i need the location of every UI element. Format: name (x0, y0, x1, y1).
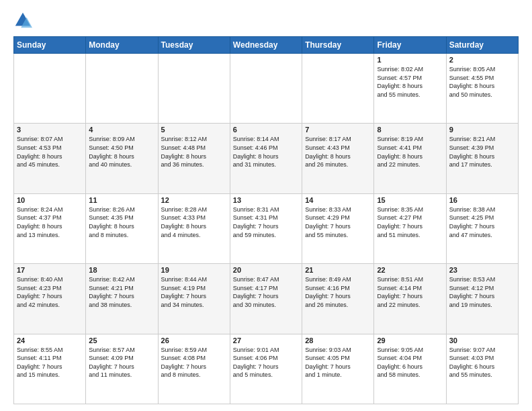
day-number: 21 (305, 266, 371, 274)
day-number: 2 (449, 56, 515, 64)
day-info: Sunrise: 8:59 AM Sunset: 4:08 PM Dayligh… (161, 346, 227, 379)
calendar-table: SundayMondayTuesdayWednesdayThursdayFrid… (13, 36, 519, 404)
day-number: 6 (233, 126, 299, 134)
calendar-cell: 9Sunrise: 8:21 AM Sunset: 4:39 PM Daylig… (446, 124, 518, 193)
calendar-cell (158, 54, 230, 124)
weekday-header-row: SundayMondayTuesdayWednesdayThursdayFrid… (14, 37, 519, 54)
calendar-cell: 8Sunrise: 8:19 AM Sunset: 4:41 PM Daylig… (374, 124, 446, 193)
calendar-cell: 5Sunrise: 8:12 AM Sunset: 4:48 PM Daylig… (158, 124, 230, 193)
calendar-cell: 7Sunrise: 8:17 AM Sunset: 4:43 PM Daylig… (302, 124, 374, 193)
day-number: 10 (17, 196, 83, 204)
calendar-cell: 28Sunrise: 9:03 AM Sunset: 4:05 PM Dayli… (302, 334, 374, 404)
day-info: Sunrise: 8:14 AM Sunset: 4:46 PM Dayligh… (233, 135, 299, 169)
calendar-cell: 3Sunrise: 8:07 AM Sunset: 4:53 PM Daylig… (14, 124, 86, 193)
calendar-row-3: 17Sunrise: 8:40 AM Sunset: 4:23 PM Dayli… (14, 264, 519, 334)
weekday-header-friday: Friday (374, 37, 446, 54)
weekday-header-tuesday: Tuesday (158, 37, 230, 54)
day-info: Sunrise: 8:42 AM Sunset: 4:21 PM Dayligh… (89, 275, 154, 309)
day-number: 19 (161, 266, 227, 274)
calendar-row-0: 1Sunrise: 8:02 AM Sunset: 4:57 PM Daylig… (14, 54, 519, 124)
calendar-cell: 2Sunrise: 8:05 AM Sunset: 4:55 PM Daylig… (446, 54, 518, 124)
day-info: Sunrise: 8:24 AM Sunset: 4:37 PM Dayligh… (17, 205, 83, 239)
day-number: 16 (449, 196, 515, 204)
calendar-cell: 1Sunrise: 8:02 AM Sunset: 4:57 PM Daylig… (374, 54, 446, 124)
day-info: Sunrise: 8:40 AM Sunset: 4:23 PM Dayligh… (17, 275, 83, 309)
day-number: 26 (161, 336, 227, 345)
day-number: 24 (17, 336, 83, 345)
calendar-cell: 24Sunrise: 8:55 AM Sunset: 4:11 PM Dayli… (14, 334, 86, 404)
calendar-cell (230, 54, 302, 124)
day-info: Sunrise: 8:53 AM Sunset: 4:12 PM Dayligh… (449, 275, 515, 309)
day-info: Sunrise: 8:26 AM Sunset: 4:35 PM Dayligh… (89, 205, 154, 239)
calendar-cell (302, 54, 374, 124)
day-number: 8 (377, 126, 443, 134)
day-info: Sunrise: 8:35 AM Sunset: 4:27 PM Dayligh… (377, 205, 443, 239)
calendar-cell: 25Sunrise: 8:57 AM Sunset: 4:09 PM Dayli… (86, 334, 158, 404)
calendar-cell: 14Sunrise: 8:33 AM Sunset: 4:29 PM Dayli… (302, 193, 374, 263)
calendar-row-2: 10Sunrise: 8:24 AM Sunset: 4:37 PM Dayli… (14, 193, 519, 263)
calendar-cell: 6Sunrise: 8:14 AM Sunset: 4:46 PM Daylig… (230, 124, 302, 193)
page: SundayMondayTuesdayWednesdayThursdayFrid… (0, 0, 532, 411)
weekday-header-monday: Monday (86, 37, 158, 54)
calendar-cell: 21Sunrise: 8:49 AM Sunset: 4:16 PM Dayli… (302, 264, 374, 334)
weekday-header-saturday: Saturday (446, 37, 518, 54)
day-info: Sunrise: 8:19 AM Sunset: 4:41 PM Dayligh… (377, 135, 443, 169)
day-info: Sunrise: 8:57 AM Sunset: 4:09 PM Dayligh… (89, 346, 154, 379)
calendar-row-4: 24Sunrise: 8:55 AM Sunset: 4:11 PM Dayli… (14, 334, 519, 404)
day-number: 30 (449, 336, 515, 345)
calendar-cell: 17Sunrise: 8:40 AM Sunset: 4:23 PM Dayli… (14, 264, 86, 334)
calendar-cell: 20Sunrise: 8:47 AM Sunset: 4:17 PM Dayli… (230, 264, 302, 334)
calendar-cell (86, 54, 158, 124)
day-number: 11 (89, 196, 154, 204)
day-info: Sunrise: 8:09 AM Sunset: 4:50 PM Dayligh… (89, 135, 154, 169)
day-info: Sunrise: 9:07 AM Sunset: 4:03 PM Dayligh… (449, 346, 515, 379)
day-number: 22 (377, 266, 443, 274)
day-info: Sunrise: 8:33 AM Sunset: 4:29 PM Dayligh… (305, 205, 371, 239)
day-number: 29 (377, 336, 443, 345)
calendar-cell: 15Sunrise: 8:35 AM Sunset: 4:27 PM Dayli… (374, 193, 446, 263)
day-info: Sunrise: 8:55 AM Sunset: 4:11 PM Dayligh… (17, 346, 83, 379)
header (13, 11, 519, 30)
day-info: Sunrise: 8:47 AM Sunset: 4:17 PM Dayligh… (233, 275, 299, 309)
day-info: Sunrise: 8:44 AM Sunset: 4:19 PM Dayligh… (161, 275, 227, 309)
day-info: Sunrise: 9:05 AM Sunset: 4:04 PM Dayligh… (377, 346, 443, 379)
logo (13, 11, 35, 30)
day-info: Sunrise: 8:05 AM Sunset: 4:55 PM Dayligh… (449, 65, 515, 99)
day-number: 5 (161, 126, 227, 134)
calendar-cell: 10Sunrise: 8:24 AM Sunset: 4:37 PM Dayli… (14, 193, 86, 263)
day-number: 7 (305, 126, 371, 134)
calendar-cell: 29Sunrise: 9:05 AM Sunset: 4:04 PM Dayli… (374, 334, 446, 404)
calendar-cell: 12Sunrise: 8:28 AM Sunset: 4:33 PM Dayli… (158, 193, 230, 263)
calendar-cell: 23Sunrise: 8:53 AM Sunset: 4:12 PM Dayli… (446, 264, 518, 334)
day-number: 17 (17, 266, 83, 274)
day-number: 13 (233, 196, 299, 204)
calendar-cell: 26Sunrise: 8:59 AM Sunset: 4:08 PM Dayli… (158, 334, 230, 404)
day-info: Sunrise: 8:21 AM Sunset: 4:39 PM Dayligh… (449, 135, 515, 169)
calendar-cell: 16Sunrise: 8:38 AM Sunset: 4:25 PM Dayli… (446, 193, 518, 263)
day-info: Sunrise: 8:12 AM Sunset: 4:48 PM Dayligh… (161, 135, 227, 169)
day-number: 27 (233, 336, 299, 345)
day-number: 1 (377, 56, 443, 64)
day-number: 4 (89, 126, 154, 134)
day-number: 14 (305, 196, 371, 204)
calendar-cell: 27Sunrise: 9:01 AM Sunset: 4:06 PM Dayli… (230, 334, 302, 404)
calendar-cell: 22Sunrise: 8:51 AM Sunset: 4:14 PM Dayli… (374, 264, 446, 334)
calendar-cell: 13Sunrise: 8:31 AM Sunset: 4:31 PM Dayli… (230, 193, 302, 263)
day-info: Sunrise: 8:31 AM Sunset: 4:31 PM Dayligh… (233, 205, 299, 239)
calendar-cell: 11Sunrise: 8:26 AM Sunset: 4:35 PM Dayli… (86, 193, 158, 263)
day-number: 23 (449, 266, 515, 274)
day-info: Sunrise: 8:02 AM Sunset: 4:57 PM Dayligh… (377, 65, 443, 99)
day-number: 3 (17, 126, 83, 134)
day-info: Sunrise: 8:51 AM Sunset: 4:14 PM Dayligh… (377, 275, 443, 309)
day-number: 25 (89, 336, 154, 345)
weekday-header-wednesday: Wednesday (230, 37, 302, 54)
day-info: Sunrise: 9:03 AM Sunset: 4:05 PM Dayligh… (305, 346, 371, 379)
calendar-row-1: 3Sunrise: 8:07 AM Sunset: 4:53 PM Daylig… (14, 124, 519, 193)
calendar-cell: 4Sunrise: 8:09 AM Sunset: 4:50 PM Daylig… (86, 124, 158, 193)
weekday-header-thursday: Thursday (302, 37, 374, 54)
day-info: Sunrise: 8:38 AM Sunset: 4:25 PM Dayligh… (449, 205, 515, 239)
day-info: Sunrise: 8:28 AM Sunset: 4:33 PM Dayligh… (161, 205, 227, 239)
day-number: 15 (377, 196, 443, 204)
day-info: Sunrise: 8:17 AM Sunset: 4:43 PM Dayligh… (305, 135, 371, 169)
weekday-header-sunday: Sunday (14, 37, 86, 54)
